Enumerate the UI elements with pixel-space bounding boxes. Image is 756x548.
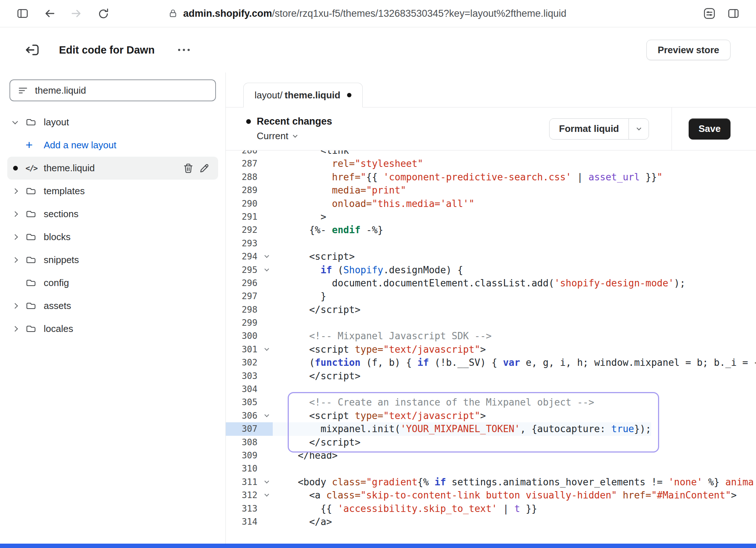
code-line[interactable]: 303 </script> — [226, 369, 756, 383]
fold-toggle[interactable] — [260, 250, 273, 263]
code-line[interactable]: 286 <link — [226, 150, 756, 157]
tree-item-theme-liquid[interactable]: </>theme.liquid — [7, 157, 218, 180]
line-number[interactable]: 290 — [226, 197, 260, 210]
line-number[interactable]: 292 — [226, 223, 260, 236]
format-liquid-dropdown[interactable] — [629, 119, 649, 139]
line-number[interactable]: 313 — [226, 502, 260, 515]
line-number[interactable]: 298 — [226, 303, 260, 316]
code-line[interactable]: 293 — [226, 237, 756, 250]
line-number[interactable]: 312 — [226, 489, 260, 502]
line-number[interactable]: 304 — [226, 383, 260, 396]
chevron-down-icon[interactable] — [12, 118, 18, 124]
code-line[interactable]: 296 document.documentElement.classList.a… — [226, 277, 756, 290]
chevron-right-icon[interactable] — [12, 234, 18, 240]
code-line[interactable]: 310 — [226, 462, 756, 475]
line-number[interactable]: 291 — [226, 210, 260, 223]
code-line[interactable]: 288 href="{{ 'component-predictive-searc… — [226, 171, 756, 184]
tree-item-templates[interactable]: templates — [7, 180, 218, 203]
code-line[interactable]: 300 <!-- Mixpanel Javascript SDK --> — [226, 329, 756, 342]
code-editor[interactable]: 286 <link287 rel="stylesheet"288 href="{… — [226, 150, 756, 544]
tree-item-sections[interactable]: sections — [7, 203, 218, 226]
code-line[interactable]: 308 </script> — [226, 436, 756, 449]
line-number[interactable]: 310 — [226, 462, 260, 475]
line-number[interactable]: 305 — [226, 396, 260, 409]
line-number[interactable]: 314 — [226, 515, 260, 528]
code-line[interactable]: 306 <script type="text/javascript"> — [226, 409, 756, 422]
line-number[interactable]: 308 — [226, 436, 260, 449]
line-number[interactable]: 293 — [226, 237, 260, 250]
chevron-right-icon[interactable] — [12, 303, 18, 309]
tree-item-assets[interactable]: assets — [7, 294, 218, 317]
browser-sidebar-icon[interactable] — [12, 3, 33, 24]
code-line[interactable]: 309 </head> — [226, 449, 756, 462]
fold-toggle[interactable] — [260, 409, 273, 422]
version-dropdown[interactable]: Current — [257, 130, 332, 142]
code-line[interactable]: 287 rel="stylesheet" — [226, 157, 756, 170]
fold-toggle[interactable] — [260, 343, 273, 356]
tab-theme-liquid[interactable]: layout/theme.liquid — [243, 83, 363, 107]
line-number[interactable]: 307 — [226, 422, 260, 435]
code-line[interactable]: 289 media="print" — [226, 184, 756, 197]
fold-toggle[interactable] — [260, 475, 273, 489]
code-line[interactable]: 297 } — [226, 290, 756, 303]
code-line[interactable]: 305 <!-- Create an instance of the Mixpa… — [226, 396, 756, 409]
line-number[interactable]: 302 — [226, 356, 260, 369]
code-line[interactable]: 304 — [226, 383, 756, 396]
code-line[interactable]: 291 > — [226, 210, 756, 223]
forward-icon[interactable] — [66, 3, 87, 24]
format-liquid-button[interactable]: Format liquid — [550, 119, 629, 139]
code-line[interactable]: 312 <a class="skip-to-content-link butto… — [226, 489, 756, 502]
extensions-icon[interactable] — [699, 3, 720, 24]
search-input[interactable]: theme.liquid — [9, 79, 216, 101]
line-number[interactable]: 289 — [226, 184, 260, 197]
line-number[interactable]: 299 — [226, 316, 260, 329]
tree-item-locales[interactable]: locales — [7, 317, 218, 340]
line-number[interactable]: 286 — [226, 150, 260, 157]
chevron-right-icon[interactable] — [12, 188, 18, 194]
line-number[interactable]: 295 — [226, 263, 260, 277]
line-number[interactable]: 309 — [226, 449, 260, 462]
panel-toggle-icon[interactable] — [723, 3, 744, 24]
url-bar[interactable]: admin.shopify.com/store/rzq1xu-f5/themes… — [168, 8, 566, 19]
tree-item-layout[interactable]: layout — [7, 111, 218, 134]
code-line[interactable]: 302 (function (f, b) { if (!b.__SV) { va… — [226, 356, 756, 369]
more-menu-button[interactable] — [178, 49, 190, 51]
line-number[interactable]: 297 — [226, 290, 260, 303]
line-number[interactable]: 288 — [226, 171, 260, 184]
add-layout-button[interactable]: +Add a new layout — [7, 134, 218, 157]
code-line[interactable]: 299 — [226, 316, 756, 329]
tree-item-blocks[interactable]: blocks — [7, 226, 218, 248]
fold-toggle[interactable] — [260, 489, 273, 502]
chevron-right-icon[interactable] — [12, 257, 18, 263]
code-line[interactable]: 313 {{ 'accessibility.skip_to_text' | t … — [226, 502, 756, 515]
chevron-right-icon[interactable] — [12, 326, 18, 332]
line-number[interactable]: 300 — [226, 329, 260, 342]
save-button[interactable]: Save — [689, 118, 731, 140]
exit-editor-icon[interactable] — [23, 40, 42, 59]
code-line[interactable]: 295 if (Shopify.designMode) { — [226, 263, 756, 277]
tree-item-config[interactable]: config — [7, 271, 218, 294]
rename-file-icon[interactable] — [196, 160, 212, 176]
code-line[interactable]: 311 <body class="gradient{% if settings.… — [226, 475, 756, 489]
line-number[interactable]: 303 — [226, 369, 260, 383]
back-icon[interactable] — [39, 3, 60, 24]
line-number[interactable]: 301 — [226, 343, 260, 356]
line-number[interactable]: 306 — [226, 409, 260, 422]
code-line[interactable]: 298 </script> — [226, 303, 756, 316]
code-line[interactable]: 292 {%- endif -%} — [226, 223, 756, 236]
line-number[interactable]: 296 — [226, 277, 260, 290]
fold-toggle[interactable] — [260, 263, 273, 277]
line-number[interactable]: 311 — [226, 475, 260, 489]
code-line[interactable]: 290 onload="this.media='all'" — [226, 197, 756, 210]
line-number[interactable]: 294 — [226, 250, 260, 263]
code-line[interactable]: 301 <script type="text/javascript"> — [226, 343, 756, 356]
chevron-right-icon[interactable] — [12, 211, 18, 217]
code-line[interactable]: 307 mixpanel.init('YOUR_MIXPANEL_TOKEN',… — [226, 422, 756, 435]
tree-item-snippets[interactable]: snippets — [7, 248, 218, 271]
delete-file-icon[interactable] — [180, 160, 196, 176]
code-line[interactable]: 294 <script> — [226, 250, 756, 263]
preview-store-button[interactable]: Preview store — [646, 40, 731, 60]
code-line[interactable]: 314 </a> — [226, 515, 756, 528]
line-number[interactable]: 287 — [226, 157, 260, 170]
reload-icon[interactable] — [93, 3, 114, 24]
